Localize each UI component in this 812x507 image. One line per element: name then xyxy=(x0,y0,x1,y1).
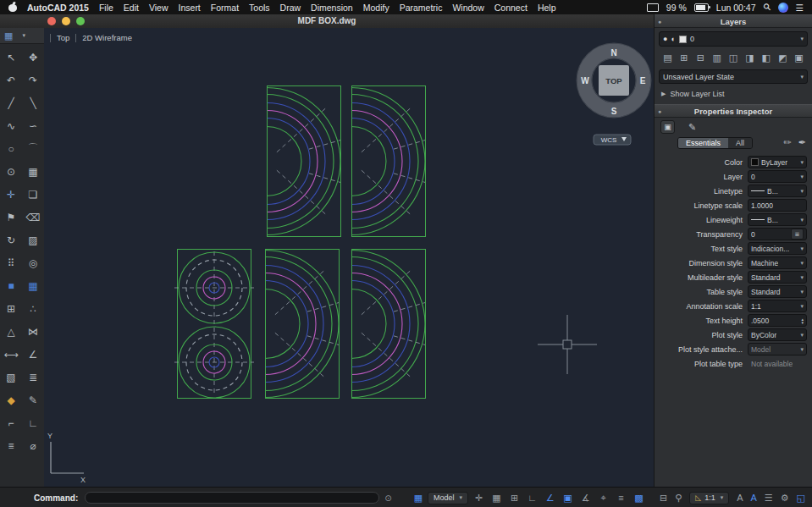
menu-dimension[interactable]: Dimension xyxy=(311,3,353,13)
tab-all[interactable]: All xyxy=(728,138,752,148)
spline-icon[interactable]: ∽ xyxy=(22,114,44,137)
menu-clock[interactable]: Lun 00:47 xyxy=(716,3,756,13)
lineweight-control[interactable]: B...▾ xyxy=(748,213,807,226)
menu-format[interactable]: Format xyxy=(211,3,239,13)
text-style-control[interactable]: Indicacion...▾ xyxy=(748,242,807,255)
layer-state-dropdown[interactable]: Unsaved Layer State ▾ xyxy=(659,69,808,84)
text-height-control[interactable]: ▴▾ xyxy=(748,314,807,327)
annotation-scale-button[interactable]: ◺ 1:1 ▾ xyxy=(689,492,729,504)
delete-layer-icon[interactable]: ⊟ xyxy=(693,51,708,64)
window-titlebar[interactable]: MDF BOX.dwg xyxy=(0,14,654,29)
layer-color-swatch[interactable] xyxy=(679,36,687,43)
menu-file[interactable]: File xyxy=(99,3,113,13)
redo-icon[interactable]: ↷ xyxy=(22,69,44,91)
pan-icon[interactable]: ✥ xyxy=(22,46,44,69)
panel-collapse-icon[interactable]: ● xyxy=(658,19,661,25)
table-icon[interactable]: ▦ xyxy=(22,274,44,297)
zoom-icon[interactable]: ⚲ xyxy=(675,493,682,504)
image-icon[interactable]: ▦ xyxy=(22,160,44,183)
tag-icon[interactable]: ⚑ xyxy=(0,206,22,229)
measure-icon[interactable]: ⌀ xyxy=(22,434,44,457)
panel-collapse-icon[interactable]: ● xyxy=(658,108,661,114)
compass-north[interactable]: N xyxy=(610,48,616,58)
menu-parametric[interactable]: Parametric xyxy=(400,3,443,13)
match-properties-icon[interactable]: ✏ xyxy=(784,137,792,148)
drawing-entities[interactable] xyxy=(174,86,428,399)
polyline-icon[interactable]: ∿ xyxy=(0,114,22,137)
array-icon[interactable]: ⠿ xyxy=(0,251,22,274)
freeze-layer-icon[interactable]: ◨ xyxy=(743,51,757,64)
apple-menu-icon[interactable] xyxy=(8,3,17,12)
annotation-scale-control[interactable]: 1:1▾ xyxy=(748,300,807,312)
notification-center-icon[interactable]: ☰ xyxy=(796,3,804,13)
construction-line-icon[interactable]: ╲ xyxy=(22,91,44,114)
command-input[interactable] xyxy=(85,492,379,504)
hatch-fill-icon[interactable]: ◆ xyxy=(0,389,22,411)
text-height-input[interactable] xyxy=(751,317,798,325)
plot-icon[interactable]: ⊟ xyxy=(660,493,667,504)
transparency-slider-icon[interactable]: ≣ xyxy=(791,229,804,240)
layers-icon[interactable]: ≣ xyxy=(22,366,44,389)
viewport-style-control[interactable]: 2D Wireframe xyxy=(82,33,132,42)
rotate-icon[interactable]: ↻ xyxy=(0,229,22,251)
region-icon[interactable]: ■ xyxy=(0,274,22,297)
annotation-visibility-icon[interactable]: A xyxy=(737,493,743,503)
hatch-icon[interactable]: ▨ xyxy=(22,229,44,251)
no-selection-icon[interactable]: ✎ xyxy=(688,122,696,133)
arc-icon[interactable]: ⌒ xyxy=(22,137,44,160)
menu-tools[interactable]: Tools xyxy=(249,3,270,13)
infer-constraints-toggle[interactable]: ✛ xyxy=(473,493,484,504)
annotation-autoscale-icon[interactable]: A xyxy=(751,493,757,503)
selection-properties-icon[interactable]: ▣ xyxy=(660,120,675,134)
lineweight-toggle[interactable]: ≡ xyxy=(616,493,627,504)
layer-control[interactable]: 0▾ xyxy=(748,170,807,183)
layer-off-icon[interactable]: ◩ xyxy=(776,51,790,64)
app-menu[interactable]: AutoCAD 2015 xyxy=(27,3,89,13)
transparency-control[interactable]: ≣ xyxy=(748,228,807,240)
menu-view[interactable]: View xyxy=(149,3,168,13)
otrack-toggle[interactable]: ∡ xyxy=(580,493,591,504)
layer-states-icon[interactable]: ▥ xyxy=(710,51,724,64)
quick-properties-toggle[interactable]: ▩ xyxy=(633,493,644,504)
color-control[interactable]: ByLayer▾ xyxy=(748,156,807,168)
table-style-control[interactable]: Standard▾ xyxy=(748,285,807,298)
lock-layer-icon[interactable]: ◧ xyxy=(759,51,773,64)
grid-toggle[interactable]: ⊞ xyxy=(509,493,520,504)
model-space-button[interactable]: Model ▾ xyxy=(428,492,468,504)
dynamic-input-toggle[interactable]: ⌖ xyxy=(598,493,609,504)
point-icon[interactable]: ∴ xyxy=(22,297,44,320)
extrude-icon[interactable]: ▧ xyxy=(0,366,22,389)
fullscreen-icon[interactable]: ◱ xyxy=(797,493,805,504)
mirror-icon[interactable]: ⋈ xyxy=(22,320,44,343)
tool-set-chevron-icon[interactable]: ▾ xyxy=(22,32,25,39)
line-icon[interactable]: ╱ xyxy=(0,91,22,114)
snap-toggle[interactable]: ▦ xyxy=(491,493,502,504)
layer-freeze-icon[interactable]: ◐ xyxy=(671,36,675,43)
transparency-input[interactable] xyxy=(751,230,788,239)
dim-linear-icon[interactable]: ⟷ xyxy=(0,343,22,366)
layer-on-icon[interactable]: ● xyxy=(663,36,667,43)
menu-insert[interactable]: Insert xyxy=(179,3,201,13)
status-list-icon[interactable]: ☰ xyxy=(765,493,773,504)
settings-icon[interactable]: ⚙ xyxy=(781,493,789,504)
menu-window[interactable]: Window xyxy=(452,3,483,13)
linetype-control[interactable]: B...▾ xyxy=(748,185,807,197)
dimension-style-control[interactable]: Machine▾ xyxy=(748,256,807,269)
battery-percent[interactable]: 99 % xyxy=(666,3,687,13)
compass-top-label[interactable]: TOP xyxy=(605,76,622,85)
align-icon[interactable]: ≡ xyxy=(0,434,22,457)
new-layer-icon[interactable]: ⊞ xyxy=(677,51,691,64)
eyedropper-icon[interactable]: ✒ xyxy=(798,137,806,148)
chamfer-icon[interactable]: ∟ xyxy=(22,411,44,434)
ortho-toggle[interactable]: ∟ xyxy=(527,493,538,504)
layers-list-icon[interactable]: ▤ xyxy=(660,51,675,64)
viewport-layout-icon[interactable]: ▦ xyxy=(414,493,423,504)
offset-icon[interactable]: ◎ xyxy=(22,251,44,274)
search-icon[interactable]: ⚲ xyxy=(760,1,773,14)
tab-essentials[interactable]: Essentials xyxy=(678,138,728,148)
menu-connect[interactable]: Connect xyxy=(494,3,528,13)
circle-icon[interactable]: ○ xyxy=(0,137,22,160)
battery-icon[interactable] xyxy=(694,3,709,12)
view-compass[interactable]: N W E S TOP xyxy=(577,43,651,118)
menu-edit[interactable]: Edit xyxy=(124,3,139,13)
